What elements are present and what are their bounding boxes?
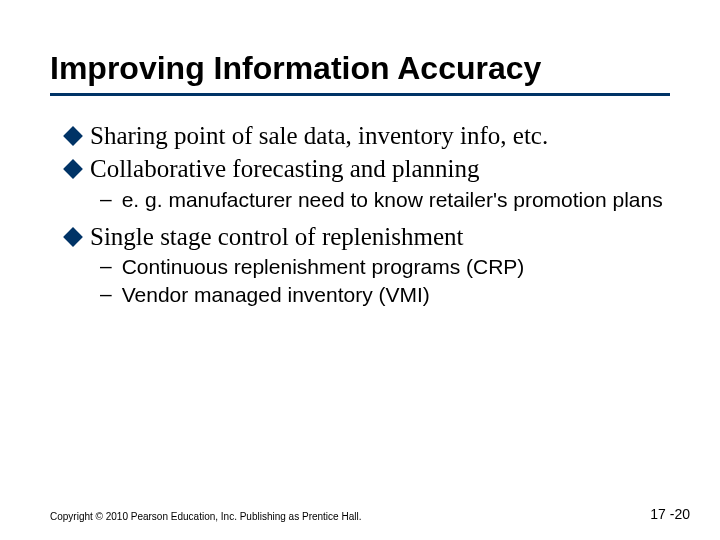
dash-bullet-icon: – [100,282,112,306]
page-number: 17 -20 [650,506,690,522]
slide-title: Improving Information Accuracy [50,50,670,96]
slide: Improving Information Accuracy Sharing p… [0,0,720,540]
sub-list-item: – e. g. manufacturer need to know retail… [100,187,670,213]
list-item: Collaborative forecasting and planning [66,153,670,184]
sub-list-item-text: Vendor managed inventory (VMI) [122,282,430,308]
sub-list-item: – Vendor managed inventory (VMI) [100,282,670,308]
diamond-bullet-icon [63,159,83,179]
list-item-text: Sharing point of sale data, inventory in… [90,120,548,151]
list-item-text: Collaborative forecasting and planning [90,153,479,184]
sub-list-item: – Continuous replenishment programs (CRP… [100,254,670,280]
footer: Copyright © 2010 Pearson Education, Inc.… [50,506,690,522]
list-item: Sharing point of sale data, inventory in… [66,120,670,151]
list-item-text: Single stage control of replenishment [90,221,464,252]
sub-list-item-text: Continuous replenishment programs (CRP) [122,254,525,280]
copyright-text: Copyright © 2010 Pearson Education, Inc.… [50,511,361,522]
diamond-bullet-icon [63,126,83,146]
dash-bullet-icon: – [100,254,112,278]
diamond-bullet-icon [63,227,83,247]
dash-bullet-icon: – [100,187,112,211]
bullet-list: Sharing point of sale data, inventory in… [66,120,670,309]
sub-list-item-text: e. g. manufacturer need to know retailer… [122,187,663,213]
list-item: Single stage control of replenishment [66,221,670,252]
